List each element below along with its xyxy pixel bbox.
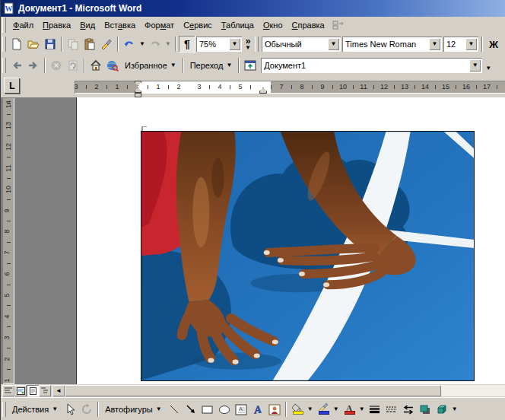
arrow-button[interactable] bbox=[183, 401, 199, 418]
normal-view-button[interactable] bbox=[2, 385, 14, 396]
select-objects-button[interactable] bbox=[62, 401, 78, 418]
ruler-number: 9 bbox=[3, 208, 11, 212]
undo-dropdown[interactable]: ▼ bbox=[138, 36, 147, 52]
web-layout-view-button[interactable] bbox=[14, 385, 27, 396]
redo-button[interactable] bbox=[147, 36, 164, 52]
forward-button[interactable] bbox=[25, 57, 42, 74]
open-button[interactable] bbox=[25, 36, 42, 52]
3d-button[interactable] bbox=[434, 401, 450, 418]
menu-item[interactable]: Справка bbox=[287, 18, 329, 32]
more-buttons-chevron[interactable]: » ▼ bbox=[243, 36, 253, 52]
style-dropdown[interactable]: ▼ bbox=[328, 38, 339, 50]
dash-style-button[interactable] bbox=[383, 401, 400, 418]
outline-view-button[interactable] bbox=[39, 385, 51, 396]
stop-button[interactable] bbox=[48, 57, 65, 74]
bold-button[interactable]: Ж bbox=[485, 36, 502, 52]
search-web-button[interactable] bbox=[104, 57, 121, 74]
oval-button[interactable] bbox=[216, 401, 233, 418]
draw-menu-button[interactable]: Действия ▼ bbox=[8, 401, 62, 418]
3d-dropdown[interactable]: ▼ bbox=[450, 401, 459, 418]
menu-item[interactable]: Вставка bbox=[100, 18, 140, 32]
separator bbox=[481, 37, 483, 52]
drawing-toolbar-grip[interactable] bbox=[2, 402, 6, 417]
text-box-button[interactable]: А bbox=[233, 401, 249, 418]
toolbar-move-icon[interactable] bbox=[332, 20, 345, 30]
underline-button[interactable]: Ч bbox=[502, 36, 505, 52]
font-combobox[interactable]: Times New Roman ▼ bbox=[342, 37, 442, 52]
save-button[interactable] bbox=[42, 36, 59, 52]
menu-item[interactable]: Сервис bbox=[179, 18, 217, 32]
web-toolbar-grip[interactable] bbox=[2, 58, 6, 73]
line-style-button[interactable] bbox=[367, 401, 383, 418]
back-arrow-icon bbox=[11, 59, 23, 72]
line-icon bbox=[169, 404, 179, 415]
fill-color-button[interactable] bbox=[289, 401, 306, 418]
formatting-toolbar-grip[interactable] bbox=[255, 37, 259, 52]
menu-item[interactable]: Правка bbox=[38, 18, 75, 32]
ruler-number: 11 bbox=[360, 83, 367, 91]
title-bar[interactable]: W Документ1 - Microsoft Word bbox=[1, 0, 505, 17]
home-button[interactable] bbox=[87, 57, 104, 74]
style-combobox[interactable]: Обычный ▼ bbox=[262, 37, 341, 52]
refresh-button[interactable] bbox=[65, 57, 81, 74]
print-layout-view-button[interactable] bbox=[27, 385, 39, 396]
line-color-button[interactable] bbox=[315, 401, 332, 418]
zoom-value: 75% bbox=[199, 40, 227, 49]
menu-item[interactable]: Файл bbox=[8, 18, 38, 32]
horizontal-scrollbar-thumb[interactable] bbox=[65, 385, 441, 396]
menu-item[interactable]: Таблица bbox=[217, 18, 259, 32]
arrow-style-button[interactable] bbox=[400, 401, 417, 418]
web-toolbar-options[interactable]: ▼ bbox=[483, 57, 494, 74]
font-color-button[interactable]: А bbox=[341, 401, 357, 418]
menu-item[interactable]: Формат bbox=[140, 18, 179, 32]
zoom-combobox[interactable]: 75% ▼ bbox=[196, 37, 242, 52]
ruler-number: 13 bbox=[5, 122, 12, 129]
font-size-dropdown[interactable]: ▼ bbox=[465, 38, 477, 50]
address-combobox[interactable]: Документ1 ▼ bbox=[261, 58, 482, 73]
document-page[interactable] bbox=[76, 97, 505, 384]
zoom-dropdown[interactable]: ▼ bbox=[229, 38, 240, 50]
favorites-button[interactable]: Избранное ▼ bbox=[121, 57, 180, 74]
free-rotate-button[interactable] bbox=[78, 401, 95, 418]
new-document-button[interactable] bbox=[8, 36, 25, 52]
shadow-button[interactable] bbox=[417, 401, 434, 418]
ruler-number: 2 bbox=[176, 83, 180, 91]
rectangle-button[interactable] bbox=[199, 401, 216, 418]
font-color-dropdown[interactable]: ▼ bbox=[357, 401, 367, 418]
free-rotate-icon bbox=[81, 403, 93, 415]
ruler-number: 10 bbox=[339, 83, 347, 91]
copy-icon bbox=[67, 38, 79, 50]
line-button[interactable] bbox=[166, 401, 183, 418]
paragraph-marks-button[interactable]: ¶ bbox=[179, 36, 195, 52]
clip-art-button[interactable] bbox=[266, 401, 283, 418]
arrow-style-icon bbox=[402, 405, 414, 415]
show-web-toolbar-only-button[interactable] bbox=[242, 57, 259, 74]
font-value: Times New Roman bbox=[345, 40, 427, 49]
standard-toolbar-grip[interactable] bbox=[2, 37, 6, 52]
font-color-swatch bbox=[345, 411, 355, 415]
menu-item[interactable]: Окно bbox=[259, 18, 287, 32]
scroll-left-button[interactable]: ◄ bbox=[52, 385, 65, 396]
autoshapes-button[interactable]: Автофигуры ▼ bbox=[101, 401, 166, 418]
horizontal-scroll-row: ◄ bbox=[1, 384, 505, 397]
paste-button[interactable] bbox=[81, 36, 98, 52]
font-dropdown[interactable]: ▼ bbox=[429, 38, 440, 50]
font-size-combobox[interactable]: 12 ▼ bbox=[443, 37, 478, 52]
format-painter-button[interactable] bbox=[98, 36, 115, 52]
wordart-button[interactable]: А bbox=[249, 401, 266, 418]
redo-dropdown[interactable]: ▼ bbox=[164, 36, 173, 52]
menu-grip[interactable] bbox=[2, 18, 6, 33]
back-button[interactable] bbox=[8, 57, 25, 74]
go-button[interactable]: Переход ▼ bbox=[186, 57, 237, 74]
menu-item[interactable]: Вид bbox=[75, 18, 100, 32]
undo-button[interactable] bbox=[121, 36, 138, 52]
tab-alignment-selector[interactable]: L bbox=[4, 78, 21, 94]
line-color-dropdown[interactable]: ▼ bbox=[332, 401, 341, 418]
rectangle-icon bbox=[202, 405, 213, 415]
ruler-number: 15 bbox=[442, 83, 449, 91]
inline-picture[interactable] bbox=[141, 131, 475, 381]
fill-color-dropdown[interactable]: ▼ bbox=[306, 401, 315, 418]
horizontal-scrollbar-track[interactable] bbox=[441, 385, 505, 396]
copy-button[interactable] bbox=[65, 36, 81, 52]
address-dropdown[interactable]: ▼ bbox=[469, 59, 481, 72]
